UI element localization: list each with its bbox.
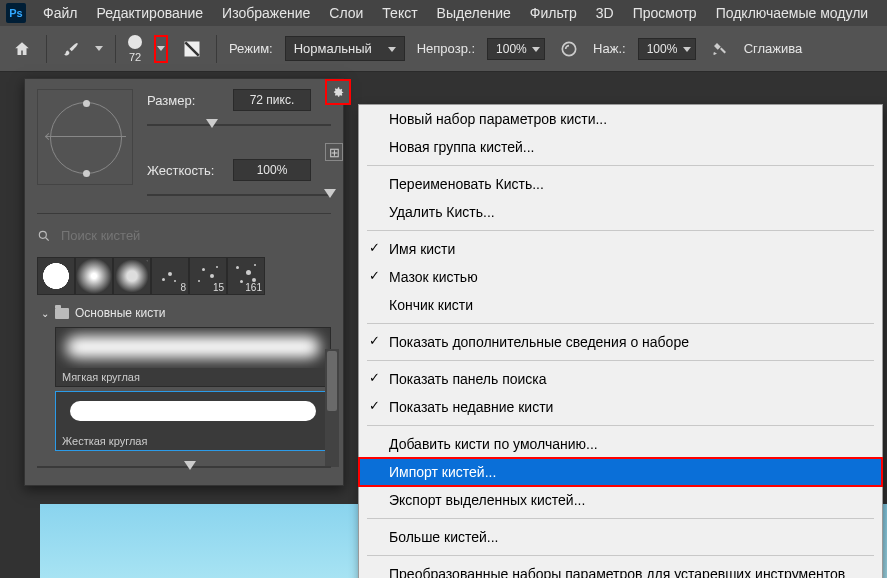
menu-edit[interactable]: Редактирование [88, 1, 211, 25]
menu-item[interactable]: Импорт кистей... [359, 458, 882, 486]
brush-settings-menu: Новый набор параметров кисти...Новая гру… [358, 104, 883, 578]
folder-label: Основные кисти [75, 306, 165, 320]
menu-item[interactable]: Добавить кисти по умолчанию... [359, 430, 882, 458]
opacity-value: 100% [496, 42, 527, 56]
home-icon[interactable] [10, 37, 34, 61]
svg-point-1 [562, 42, 575, 55]
brush-tool-icon[interactable] [59, 37, 83, 61]
flow-field[interactable]: 100% [638, 38, 696, 60]
pressure-opacity-icon[interactable] [557, 37, 581, 61]
brush-dot [128, 35, 142, 49]
brush-preview[interactable]: 72 [128, 35, 142, 63]
opacity-field[interactable]: 100% [487, 38, 545, 60]
size-slider[interactable] [147, 117, 331, 133]
smoothing-label: Сглажива [744, 41, 803, 56]
mode-label: Режим: [229, 41, 273, 56]
separator [367, 518, 874, 519]
hardness-slider[interactable] [147, 187, 331, 203]
size-label: Размер: [147, 93, 225, 108]
separator [115, 35, 116, 63]
chevron-down-icon [388, 47, 396, 52]
menu-item[interactable]: Новая группа кистей... [359, 133, 882, 161]
brush-tree: ⌄ Основные кисти Мягкая круглая Жесткая … [37, 303, 331, 453]
thumbnail-size-slider[interactable] [37, 459, 331, 475]
separator [367, 360, 874, 361]
menu-item[interactable]: Кончик кисти [359, 291, 882, 319]
brush-preset-item[interactable]: Жесткая круглая [55, 391, 331, 451]
menubar: Ps Файл Редактирование Изображение Слои … [0, 0, 887, 26]
chevron-down-icon[interactable] [95, 46, 103, 51]
folder-icon [55, 308, 69, 319]
brush-size-label: 72 [129, 51, 141, 63]
brush-picker-dropdown[interactable] [154, 35, 168, 63]
separator [216, 35, 217, 63]
new-preset-button[interactable]: ⊞ [325, 143, 343, 161]
hardness-label: Жесткость: [147, 163, 225, 178]
recent-brushes: 8 15 161 [37, 257, 331, 295]
options-bar: 72 Режим: Нормальный Непрозр.: 100% Наж.… [0, 26, 887, 72]
flow-label: Наж.: [593, 41, 626, 56]
menu-item[interactable]: Имя кисти [359, 235, 882, 263]
brush-hardness-field[interactable]: 100% [233, 159, 311, 181]
separator [367, 230, 874, 231]
menu-item[interactable]: Преобразованные наборы параметров для ус… [359, 560, 882, 578]
separator [37, 213, 331, 214]
menu-text[interactable]: Текст [374, 1, 425, 25]
chevron-down-icon [683, 47, 691, 52]
app-logo: Ps [6, 3, 26, 23]
blend-mode-value: Нормальный [294, 41, 372, 56]
menu-item[interactable]: Мазок кистью [359, 263, 882, 291]
flow-value: 100% [647, 42, 678, 56]
separator [367, 165, 874, 166]
recent-brush-thumb[interactable] [75, 257, 113, 295]
menu-filter[interactable]: Фильтр [522, 1, 585, 25]
brush-preset-panel: Размер: 72 пикс. Жесткость: 100% ⊞ 8 15 … [24, 78, 344, 486]
recent-brush-thumb[interactable]: 15 [189, 257, 227, 295]
recent-brush-thumb[interactable] [37, 257, 75, 295]
menu-image[interactable]: Изображение [214, 1, 318, 25]
brush-search-row [37, 222, 331, 249]
menu-item[interactable]: Показать недавние кисти [359, 393, 882, 421]
brush-search-input[interactable] [59, 224, 331, 247]
chevron-down-icon [157, 46, 165, 51]
menu-view[interactable]: Просмотр [625, 1, 705, 25]
separator [367, 323, 874, 324]
chevron-down-icon: ⌄ [41, 308, 49, 319]
gear-icon [331, 85, 345, 99]
panel-gear-button[interactable] [325, 79, 351, 105]
brush-preset-item[interactable]: Мягкая круглая [55, 327, 331, 387]
svg-point-2 [39, 231, 46, 238]
brush-folder[interactable]: ⌄ Основные кисти [37, 303, 331, 323]
menu-item[interactable]: Переименовать Кисть... [359, 170, 882, 198]
menu-item[interactable]: Показать панель поиска [359, 365, 882, 393]
recent-brush-thumb[interactable]: 161 [227, 257, 265, 295]
thumb-size: 161 [245, 282, 262, 293]
menu-item[interactable]: Экспорт выделенных кистей... [359, 486, 882, 514]
menu-file[interactable]: Файл [35, 1, 85, 25]
menu-plugins[interactable]: Подключаемые модули [708, 1, 877, 25]
brush-angle-widget[interactable] [37, 89, 133, 185]
menu-item[interactable]: Новый набор параметров кисти... [359, 105, 882, 133]
chevron-down-icon [532, 47, 540, 52]
menu-layers[interactable]: Слои [321, 1, 371, 25]
separator [46, 35, 47, 63]
menu-3d[interactable]: 3D [588, 1, 622, 25]
brush-item-label: Жесткая круглая [56, 432, 330, 450]
menu-item[interactable]: Показать дополнительные сведения о набор… [359, 328, 882, 356]
opacity-label: Непрозр.: [417, 41, 475, 56]
brush-size-field[interactable]: 72 пикс. [233, 89, 311, 111]
search-icon [37, 229, 51, 243]
separator [367, 555, 874, 556]
thumb-size: 15 [213, 282, 224, 293]
thumb-size: 8 [180, 282, 186, 293]
recent-brush-thumb[interactable]: 8 [151, 257, 189, 295]
menu-select[interactable]: Выделение [429, 1, 519, 25]
airbrush-icon[interactable] [708, 37, 732, 61]
blend-mode-select[interactable]: Нормальный [285, 36, 405, 61]
separator [367, 425, 874, 426]
recent-brush-thumb[interactable] [113, 257, 151, 295]
brush-settings-icon[interactable] [180, 37, 204, 61]
menu-item[interactable]: Удалить Кисть... [359, 198, 882, 226]
scrollbar[interactable] [325, 349, 339, 467]
menu-item[interactable]: Больше кистей... [359, 523, 882, 551]
